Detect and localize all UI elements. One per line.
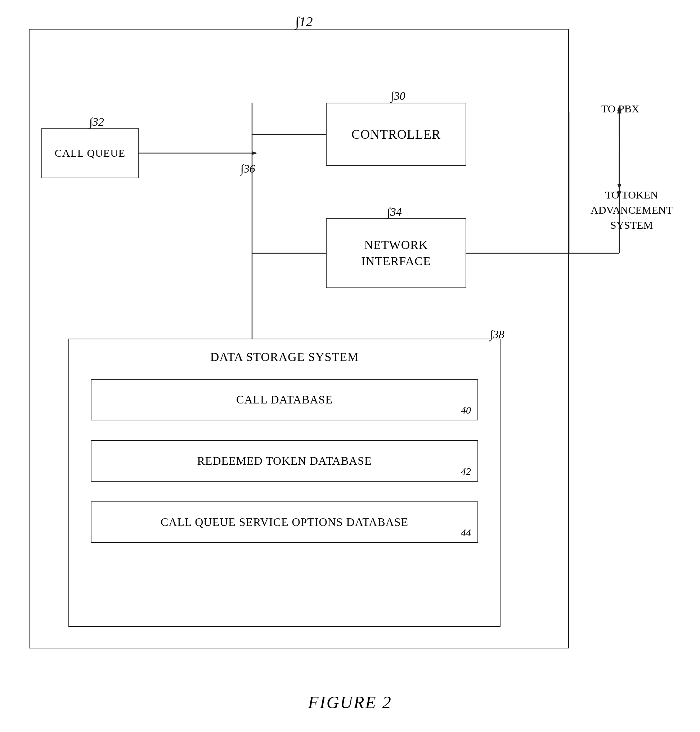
to-pbx-label: TO PBX bbox=[601, 103, 639, 115]
redeemed-token-label: REDEEMED TOKEN DATABASE bbox=[197, 454, 372, 468]
controller-box: CONTROLLER bbox=[326, 103, 466, 166]
network-label: NETWORKINTERFACE bbox=[361, 237, 431, 269]
ref-40: 40 bbox=[461, 405, 471, 416]
figure-caption: FIGURE 2 bbox=[0, 692, 700, 712]
ref-44: 44 bbox=[461, 527, 471, 539]
ref-32: ∫32 bbox=[89, 115, 104, 129]
redeemed-token-box: REDEEMED TOKEN DATABASE 42 bbox=[91, 440, 478, 482]
call-queue-box: CALL QUEUE bbox=[41, 128, 139, 178]
call-database-box: CALL DATABASE 40 bbox=[91, 379, 478, 420]
controller-label: CONTROLLER bbox=[351, 127, 441, 142]
data-storage-box: DATA STORAGE SYSTEM CALL DATABASE 40 RED… bbox=[68, 339, 500, 627]
diagram-page: ∫12 CONTROLLER ∫30 CALL QUEUE ∫32 NETWOR… bbox=[0, 0, 700, 732]
ref-34: ∫34 bbox=[387, 205, 402, 219]
ref-38: ∫38 bbox=[490, 328, 504, 341]
ref-36: ∫36 bbox=[241, 162, 255, 175]
call-queue-service-box: CALL QUEUE SERVICE OPTIONS DATABASE 44 bbox=[91, 501, 478, 543]
ref-30: ∫30 bbox=[391, 89, 406, 103]
call-database-label: CALL DATABASE bbox=[236, 393, 333, 407]
data-storage-title: DATA STORAGE SYSTEM bbox=[69, 350, 500, 364]
ref-label-12: ∫12 bbox=[295, 14, 313, 29]
ref-42: 42 bbox=[461, 466, 471, 477]
to-token-label: TO TOKENADVANCEMENTSYSTEM bbox=[591, 187, 673, 233]
call-queue-service-label: CALL QUEUE SERVICE OPTIONS DATABASE bbox=[160, 515, 408, 529]
call-queue-label: CALL QUEUE bbox=[55, 147, 125, 159]
network-interface-box: NETWORKINTERFACE bbox=[326, 218, 466, 288]
